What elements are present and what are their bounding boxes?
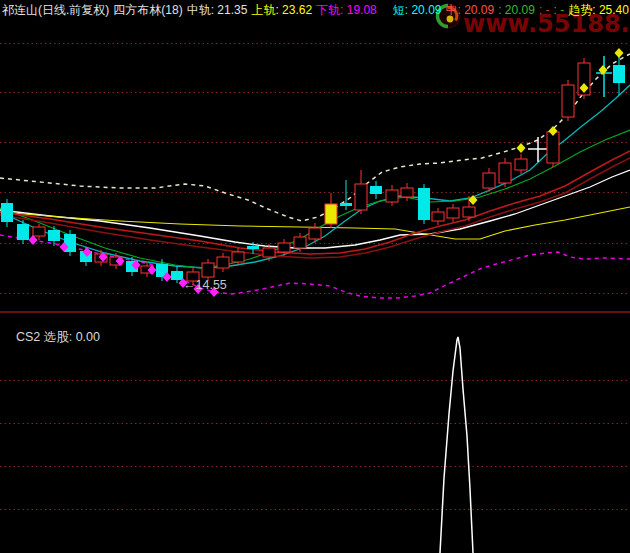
mid-ma-green <box>0 130 630 268</box>
header-field-1: 上轨: 23.62 <box>251 3 312 18</box>
upper-band <box>0 54 630 221</box>
header-field-4: 中: 20.09 <box>445 3 494 18</box>
markers-layer <box>29 48 624 297</box>
low-price-annotation: ←14.55 <box>183 278 227 292</box>
cs2-selection-spike <box>440 337 473 553</box>
header-field-5: : 20.09 <box>498 3 535 18</box>
header-field-7: : - <box>554 3 565 18</box>
indicator-name: 四方布林(18) <box>113 3 182 18</box>
header-field-3: 短: 20.09 <box>393 3 442 18</box>
price-chart[interactable]: ←14.55 <box>0 0 630 553</box>
header-field-0: 中轨: 21.35 <box>187 3 248 18</box>
gridlines-layer <box>0 44 630 510</box>
header-field-2: 下轨: 19.08 <box>316 3 377 18</box>
annotation-layer: ←14.55 <box>183 278 227 292</box>
subpanel-label: CS2 选股: 0.00 <box>2 315 100 360</box>
header-field-8: 趋势: 25.40 <box>568 3 629 18</box>
subpanel-label-text: CS2 选股: 0.00 <box>16 330 100 344</box>
sub-panel-layer <box>440 337 473 553</box>
indicator-header: 祁连山(日线.前复权) 四方布林(18) 中轨: 21.35上轨: 23.62下… <box>2 3 630 18</box>
stock-chart-window: ←14.55 www.55188.com 祁连山(日线.前复权) 四方布林(18… <box>0 0 630 553</box>
header-field-6: : - <box>539 3 550 18</box>
stock-title: 祁连山(日线.前复权) <box>2 3 109 18</box>
